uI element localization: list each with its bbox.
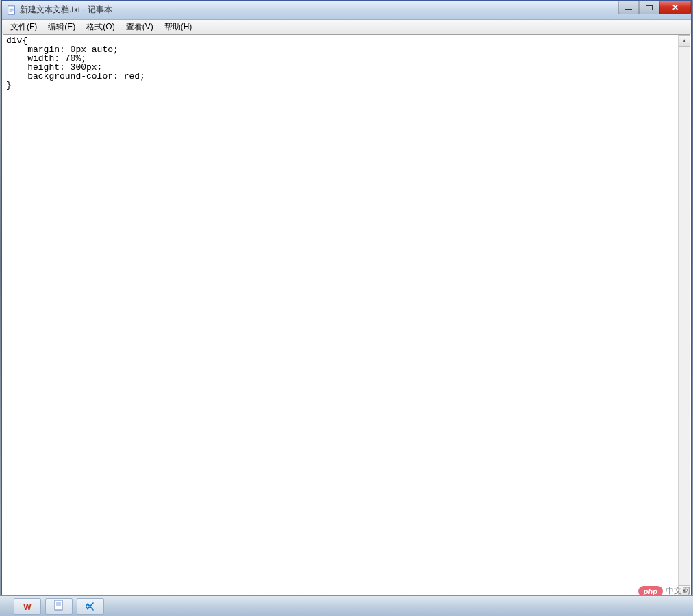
minimize-button[interactable] xyxy=(618,1,639,14)
maximize-icon xyxy=(646,5,653,10)
menu-help[interactable]: 帮助(H) xyxy=(159,20,198,34)
titlebar[interactable]: 新建文本文档.txt - 记事本 ✕ xyxy=(2,1,691,20)
notepad-taskbar-icon xyxy=(53,600,64,613)
wps-icon: w xyxy=(24,601,32,612)
close-button[interactable]: ✕ xyxy=(659,1,691,14)
menu-edit[interactable]: 编辑(E) xyxy=(42,20,81,34)
menubar: 文件(F) 编辑(E) 格式(O) 查看(V) 帮助(H) xyxy=(2,20,691,34)
notepad-icon xyxy=(6,5,17,16)
menu-format[interactable]: 格式(O) xyxy=(81,20,120,34)
taskbar: w xyxy=(0,595,693,616)
maximize-button[interactable] xyxy=(639,1,659,14)
minimize-icon xyxy=(625,9,632,10)
taskbar-notepad[interactable] xyxy=(45,598,73,615)
taskbar-wps[interactable]: w xyxy=(14,598,41,615)
window-controls: ✕ xyxy=(618,1,691,14)
window-title: 新建文本文档.txt - 记事本 xyxy=(20,4,112,16)
menu-file[interactable]: 文件(F) xyxy=(5,20,42,34)
notepad-window: 新建文本文档.txt - 记事本 ✕ 文件(F) 编辑(E) 格式(O) 查看(… xyxy=(1,0,692,599)
text-editor[interactable]: div{ margin: 0px auto; width: 70%; heigh… xyxy=(3,35,678,597)
vertical-scrollbar[interactable]: ▲ ▼ xyxy=(678,35,690,597)
close-icon: ✕ xyxy=(672,3,679,12)
editor-area: div{ margin: 0px auto; width: 70%; heigh… xyxy=(3,34,690,598)
scroll-up-arrow[interactable]: ▲ xyxy=(679,35,690,47)
taskbar-vscode[interactable] xyxy=(77,598,104,615)
menu-view[interactable]: 查看(V) xyxy=(121,20,159,34)
vscode-icon xyxy=(85,601,96,612)
